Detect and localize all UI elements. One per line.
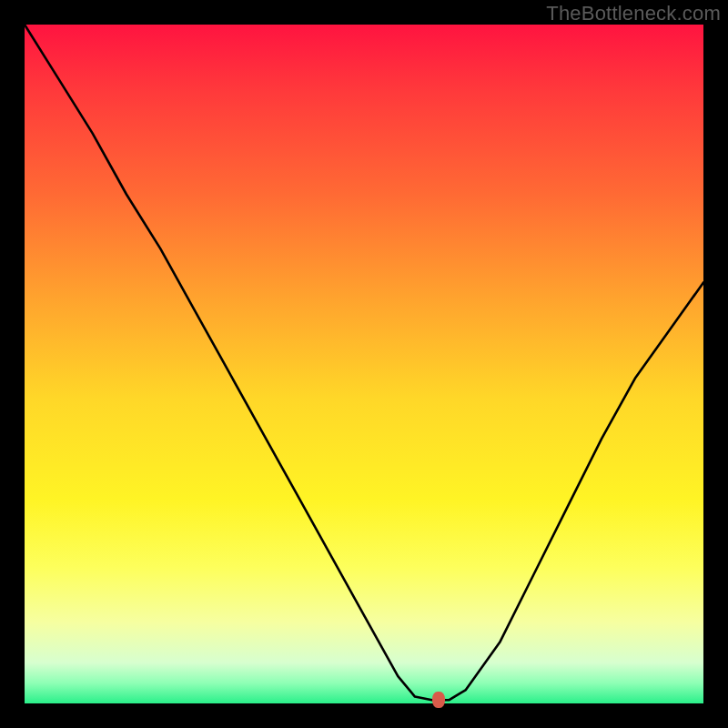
optimal-point-marker xyxy=(432,692,445,708)
chart-frame: TheBottleneck.com xyxy=(0,0,728,728)
plot-area xyxy=(25,25,703,703)
bottleneck-curve xyxy=(25,25,703,700)
curve-svg xyxy=(25,25,703,703)
watermark-text: TheBottleneck.com xyxy=(546,2,721,25)
